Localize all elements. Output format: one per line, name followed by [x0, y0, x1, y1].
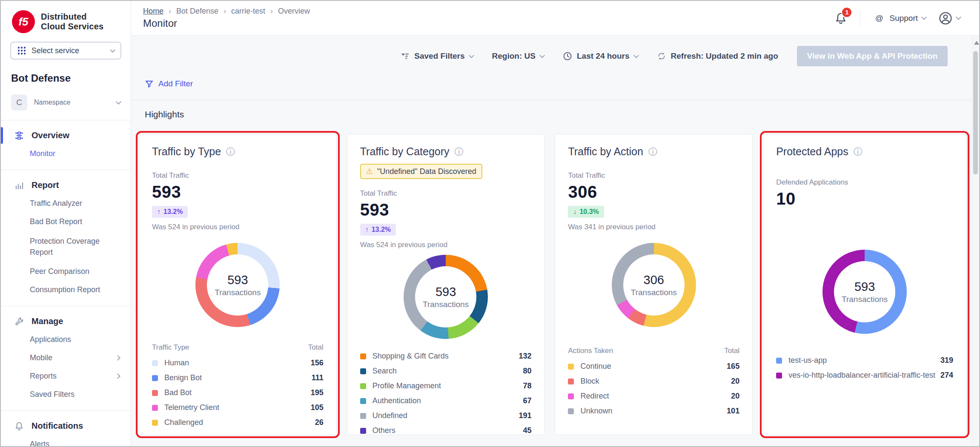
- sidebar-item-saved-filters[interactable]: Saved Filters: [1, 385, 131, 404]
- saved-filters-dropdown[interactable]: Saved Filters: [400, 51, 473, 61]
- legend-swatch: [360, 383, 366, 389]
- legend-label: Bad Bot: [164, 388, 306, 397]
- scroll-up-arrow-icon[interactable]: [974, 41, 979, 45]
- brand-line2: Cloud Services: [41, 22, 103, 31]
- service-selector[interactable]: Select service: [10, 42, 121, 60]
- toolbar: Saved Filters Region: US Last 24 hours: [131, 46, 948, 66]
- breadcrumb-home[interactable]: Home: [143, 7, 163, 16]
- chevron-down-icon: [539, 53, 545, 58]
- add-filter-button[interactable]: Add Filter: [145, 79, 193, 88]
- delta-value: 13.2%: [163, 208, 183, 216]
- sidebar-item-traffic-analyzer[interactable]: Traffic Analyzer: [1, 194, 131, 213]
- legend-value: 111: [312, 373, 324, 382]
- view-in-waap-button[interactable]: View in Web App & API Protection: [797, 46, 948, 66]
- sidebar-item-label: Notifications: [32, 421, 83, 431]
- legend-label: ves-io-http-loadbalancer-artificial-traf…: [788, 371, 935, 380]
- info-icon[interactable]: ⓘ: [648, 147, 657, 156]
- card-title: Traffic by Category: [360, 145, 450, 158]
- legend-value: 165: [727, 362, 739, 371]
- sidebar-item-peer-comparison[interactable]: Peer Comparison: [1, 262, 131, 281]
- arrow-up-icon: ↑: [365, 226, 369, 233]
- sidebar-item-manage[interactable]: Manage: [1, 312, 131, 330]
- chevron-down-icon: [633, 53, 639, 58]
- donut-chart-protected-apps[interactable]: 593 Transactions: [822, 250, 907, 334]
- legend-value: 101: [727, 407, 739, 416]
- info-icon[interactable]: ⓘ: [455, 147, 464, 156]
- sidebar-item-monitor[interactable]: Monitor: [1, 145, 131, 163]
- legend-value: 156: [311, 359, 324, 367]
- legend-swatch: [360, 368, 366, 374]
- donut-chart-traffic-by-action[interactable]: 306 Transactions: [612, 243, 696, 327]
- donut-chart-traffic-by-type[interactable]: 593 Transactions: [195, 243, 280, 327]
- chevron-down-icon: [469, 53, 474, 58]
- sidebar-item-report[interactable]: Report: [1, 176, 131, 194]
- info-icon[interactable]: ⓘ: [854, 147, 863, 156]
- scrollbar-thumb[interactable]: [973, 51, 978, 174]
- breadcrumb-separator: ›: [224, 7, 226, 16]
- stat-label: Defended Applications: [776, 178, 953, 187]
- sidebar-item-notifications[interactable]: Notifications: [1, 417, 131, 435]
- sidebar-item-label: Reports: [30, 372, 57, 381]
- sidebar-item-reports[interactable]: Reports: [1, 367, 131, 385]
- namespace-avatar: C: [11, 94, 27, 111]
- sidebar-item-consumption-report[interactable]: Consumption Report: [1, 281, 131, 299]
- clock-icon: [563, 51, 572, 61]
- legend-header: Actions Taken Total: [568, 347, 739, 355]
- stat-label: Total Traffic: [360, 189, 532, 198]
- vertical-scrollbar[interactable]: [972, 37, 979, 446]
- sidebar-item-label: Manage: [32, 316, 63, 326]
- stat-value: 593: [152, 182, 324, 202]
- sidebar-item-bad-bot-report[interactable]: Bad Bot Report: [1, 213, 131, 231]
- namespace-selector[interactable]: C Namespace: [11, 94, 120, 120]
- breadcrumb-namespace[interactable]: carrie-test: [231, 7, 265, 16]
- legend-row: Block20: [568, 377, 739, 386]
- sidebar-item-label: Peer Comparison: [30, 267, 89, 276]
- sidebar-item-applications[interactable]: Applications: [1, 330, 131, 349]
- card-stats: Total Traffic 593 ↑13.2% Was 524 in prev…: [152, 171, 324, 234]
- time-range-dropdown[interactable]: Last 24 hours: [563, 51, 638, 61]
- donut-center: 593 Transactions: [195, 243, 280, 327]
- sidebar-item-alerts[interactable]: Alerts: [1, 435, 131, 446]
- sidebar-item-protection-coverage-report[interactable]: Protection Coverage Report: [1, 231, 131, 262]
- legend-swatch: [776, 373, 782, 379]
- legend-label: Human: [164, 359, 306, 367]
- breadcrumb-overview[interactable]: Overview: [278, 7, 310, 16]
- legend-swatch: [152, 405, 158, 411]
- legend-label: Continue: [580, 362, 722, 371]
- notifications-button[interactable]: 1: [834, 12, 847, 25]
- sidebar-item-overview[interactable]: Overview: [1, 126, 131, 145]
- legend-value: 67: [523, 396, 531, 405]
- breadcrumb-bot-defense[interactable]: Bot Defense: [176, 7, 218, 16]
- donut-center: 593 Transactions: [404, 255, 488, 339]
- region-dropdown[interactable]: Region: US: [492, 51, 544, 61]
- sidebar-item-label: Traffic Analyzer: [30, 199, 82, 208]
- brand: f5 Distributed Cloud Services: [1, 1, 131, 37]
- card-stats: Total Traffic 593 ↑13.2% Was 524 in prev…: [360, 189, 532, 249]
- card-title: Traffic by Type: [152, 145, 221, 158]
- legend-label: Search: [373, 367, 518, 376]
- legend-value: 195: [311, 388, 324, 397]
- sidebar-item-label: Saved Filters: [30, 390, 75, 399]
- donut-center: 593 Transactions: [822, 250, 907, 334]
- support-menu[interactable]: @ Support: [873, 12, 926, 24]
- sidebar-item-mobile[interactable]: Mobile: [1, 349, 131, 367]
- legend-swatch: [776, 358, 782, 364]
- legend-row: Human156: [152, 359, 324, 367]
- account-menu[interactable]: [939, 11, 960, 25]
- donut-chart-traffic-by-category[interactable]: 593 Transactions: [404, 255, 488, 339]
- chevron-down-icon: [116, 99, 121, 105]
- support-label: Support: [889, 14, 918, 23]
- legend-value: 20: [731, 392, 739, 401]
- legend-value: 132: [519, 352, 531, 361]
- legend-row: Unknown101: [568, 407, 739, 416]
- main-area: Home › Bot Defense › carrie-test › Overv…: [131, 1, 979, 446]
- legend-swatch: [360, 353, 366, 359]
- time-range-label: Last 24 hours: [577, 51, 630, 61]
- legend-swatch: [152, 360, 158, 366]
- refresh-button[interactable]: Refresh: Updated 2 min ago: [657, 51, 778, 61]
- warning-text: "Undefined" Data Discovered: [377, 167, 476, 176]
- card-traffic-by-category: Traffic by Category ⓘ ⚠ "Undefined" Data…: [347, 134, 545, 435]
- nav-section-manage: Manage Applications Mobile Reports Saved…: [1, 306, 131, 411]
- legend-value: 45: [523, 426, 531, 435]
- info-icon[interactable]: ⓘ: [226, 147, 235, 156]
